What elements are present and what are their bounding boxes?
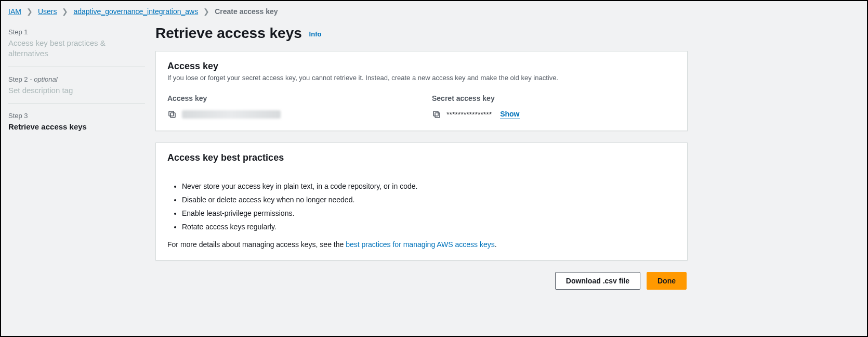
step-2-optional: - optional — [30, 75, 57, 83]
list-item: Disable or delete access key when no lon… — [182, 196, 676, 204]
main-content: Retrieve access keys Info Access key If … — [145, 19, 691, 290]
download-csv-button[interactable]: Download .csv file — [555, 272, 640, 290]
done-button[interactable]: Done — [647, 272, 687, 290]
access-key-desc: If you lose or forget your secret access… — [167, 74, 676, 82]
best-practices-list: Never store your access key in plain tex… — [167, 182, 676, 231]
breadcrumb-user[interactable]: adaptive_governance_integration_aws — [73, 7, 198, 16]
secret-key-label: Secret access key — [432, 94, 676, 102]
access-key-panel: Access key If you lose or forget your se… — [155, 51, 688, 131]
list-item: Enable least-privilege permissions. — [182, 209, 676, 217]
list-item: Never store your access key in plain tex… — [182, 182, 676, 190]
best-practices-panel: Access key best practices Never store yo… — [155, 142, 688, 261]
step-2-label-text: Step 2 — [8, 75, 28, 83]
best-practices-details: For more details about managing access k… — [167, 240, 676, 249]
access-key-value-redacted — [182, 110, 281, 119]
step-1[interactable]: Step 1 Access key best practices & alter… — [8, 25, 145, 67]
step-3-title: Retrieve access keys — [8, 122, 145, 132]
step-2-label: Step 2 - optional — [8, 75, 145, 83]
secret-key-masked: **************** — [446, 110, 492, 119]
step-2[interactable]: Step 2 - optional Set description tag — [8, 72, 145, 103]
page-title: Retrieve access keys Info — [155, 25, 688, 42]
copy-icon — [432, 110, 441, 119]
chevron-right-icon: ❯ — [62, 7, 68, 16]
page-title-text: Retrieve access keys — [155, 25, 302, 41]
footer-buttons: Download .csv file Done — [155, 272, 688, 290]
wizard-steps: Step 1 Access key best practices & alter… — [7, 19, 145, 290]
details-prefix: For more details about managing access k… — [167, 240, 346, 249]
copy-icon — [168, 110, 176, 119]
copy-access-key-button[interactable] — [167, 110, 177, 119]
svg-rect-0 — [169, 111, 174, 116]
details-suffix: . — [495, 240, 497, 249]
breadcrumb-iam[interactable]: IAM — [8, 7, 21, 16]
breadcrumb-users[interactable]: Users — [38, 7, 57, 16]
svg-rect-2 — [433, 111, 438, 116]
svg-rect-3 — [435, 113, 440, 118]
access-key-col: Access key — [167, 94, 411, 119]
chevron-right-icon: ❯ — [27, 7, 33, 16]
best-practices-heading: Access key best practices — [167, 152, 676, 163]
step-1-title: Access key best practices & alternatives — [8, 38, 145, 59]
step-2-title: Set description tag — [8, 85, 145, 96]
svg-rect-1 — [170, 113, 175, 118]
breadcrumb: IAM ❯ Users ❯ adaptive_governance_integr… — [1, 1, 867, 19]
info-link[interactable]: Info — [309, 30, 322, 38]
secret-key-col: Secret access key **************** Show — [432, 94, 676, 119]
breadcrumb-current: Create access key — [215, 7, 278, 16]
chevron-right-icon: ❯ — [203, 7, 209, 16]
step-1-label: Step 1 — [8, 28, 145, 36]
step-3-label: Step 3 — [8, 112, 145, 120]
step-3: Step 3 Retrieve access keys — [8, 109, 145, 139]
access-key-label: Access key — [167, 94, 411, 102]
list-item: Rotate access keys regularly. — [182, 223, 676, 231]
access-key-heading: Access key — [167, 61, 676, 72]
best-practices-link[interactable]: best practices for managing AWS access k… — [346, 240, 495, 249]
copy-secret-key-button[interactable] — [432, 110, 441, 119]
show-secret-button[interactable]: Show — [500, 110, 519, 119]
